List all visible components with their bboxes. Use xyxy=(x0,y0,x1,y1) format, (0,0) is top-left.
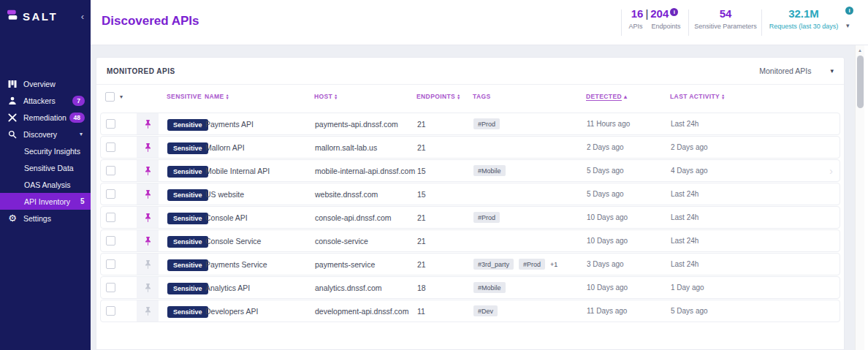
pin-cell[interactable] xyxy=(137,254,159,275)
sidebar-item-label: Overview xyxy=(23,80,56,88)
table-row[interactable]: Sensitive Mallorn API mallorn.salt-lab.u… xyxy=(100,136,840,159)
pin-icon xyxy=(145,189,151,199)
sidebar-item-attackers[interactable]: Attackers 7 xyxy=(0,92,91,109)
last-activity-value: Last 24h xyxy=(671,260,840,268)
api-name: Console API xyxy=(205,213,315,222)
sidebar-item-label: Discovery xyxy=(23,130,57,139)
table-row[interactable]: Sensitive Payments Service payments-serv… xyxy=(100,253,840,275)
tag-chip: #Prod xyxy=(473,118,500,129)
select-menu-caret-icon[interactable]: ▾ xyxy=(120,94,123,100)
row-checkbox[interactable] xyxy=(106,213,115,222)
sensitive-badge: Sensitive xyxy=(167,306,208,318)
api-inventory-count: 5 xyxy=(80,197,85,205)
sensitive-badge: Sensitive xyxy=(167,142,208,154)
stat-divider xyxy=(621,9,622,36)
sidebar-item-api-inventory[interactable]: API Inventory 5 xyxy=(0,193,91,210)
table-row[interactable]: Sensitive US website website.dnssf.com 1… xyxy=(100,183,840,205)
row-checkbox[interactable] xyxy=(106,166,115,175)
pin-cell[interactable] xyxy=(137,137,159,158)
pin-icon xyxy=(145,213,151,223)
tag-chip: #Prod xyxy=(473,212,500,223)
table-row[interactable]: Sensitive Analytics API analytics.dnssf.… xyxy=(100,276,840,299)
tags-cell: #3rd_party#Prod+1 xyxy=(473,259,587,270)
vertical-scrollbar[interactable]: ▲ xyxy=(855,45,864,350)
sidebar-item-overview[interactable]: Overview xyxy=(0,75,91,92)
row-checkbox[interactable] xyxy=(106,236,115,246)
chevron-down-icon[interactable]: ▾ xyxy=(80,131,85,137)
logo-text: SALT xyxy=(23,10,58,23)
tag-chip: #Mobile xyxy=(473,282,506,293)
api-name: US website xyxy=(205,190,315,199)
logo: SALT ‹ xyxy=(0,0,91,23)
pin-cell[interactable] xyxy=(137,183,159,205)
remediation-count-badge: 48 xyxy=(69,113,85,123)
pin-icon xyxy=(145,283,151,293)
column-header-last-activity[interactable]: LAST ACTIVITY ▴▾ xyxy=(670,93,840,100)
detected-value: 10 Days ago xyxy=(587,237,671,245)
sidebar-item-sensitive-data[interactable]: Sensitive Data xyxy=(0,159,91,176)
sidebar-item-remediation[interactable]: Remediation 48 xyxy=(0,109,91,126)
api-host: payments-api.dnssf.com xyxy=(315,120,417,129)
column-header-tags: TAGS xyxy=(473,93,586,100)
detected-value: 2 Days ago xyxy=(587,143,671,151)
sidebar-item-settings[interactable]: ⚙ Settings xyxy=(0,210,91,227)
content-area: MONITORED APIS Monitored APIs ▾ ▾ SENSIT… xyxy=(91,45,855,350)
row-checkbox[interactable] xyxy=(106,306,115,316)
column-header-endpoints[interactable]: ENDPOINTS ▴▾ xyxy=(416,93,473,100)
stat-divider xyxy=(688,9,689,36)
requests-dropdown-caret-icon[interactable]: ▾ xyxy=(846,22,850,29)
overview-icon xyxy=(7,80,18,88)
salt-logo-icon xyxy=(7,9,19,23)
last-activity-value: 1 Day ago xyxy=(671,284,840,292)
endpoints-count: 21 xyxy=(417,120,473,129)
row-checkbox[interactable] xyxy=(106,189,115,199)
table-row[interactable]: Sensitive Console API console-api.dnssf.… xyxy=(100,206,840,229)
last-activity-value: Last 24h xyxy=(671,190,840,198)
detected-value: 5 Days ago xyxy=(587,167,671,175)
select-all-checkbox[interactable] xyxy=(105,92,115,102)
column-header-name[interactable]: NAME ▴▾ xyxy=(205,93,314,100)
column-header-detected[interactable]: DETECTED ▴ xyxy=(586,93,670,100)
requests-info-icon[interactable]: i xyxy=(845,7,853,15)
pin-icon xyxy=(145,142,151,153)
table-row[interactable]: Sensitive Payments API payments-api.dnss… xyxy=(100,113,840,135)
pin-cell[interactable] xyxy=(137,300,159,322)
info-icon[interactable]: i xyxy=(670,8,678,16)
sidebar-item-security-insights[interactable]: Security Insights xyxy=(0,142,91,159)
table-row[interactable]: Sensitive Developers API development-api… xyxy=(100,300,840,322)
row-hover-chevron-icon[interactable]: › xyxy=(829,165,833,177)
table-row[interactable]: Sensitive Mobile Internal API mobile-int… xyxy=(100,159,840,182)
pin-icon xyxy=(145,306,151,316)
pin-cell[interactable] xyxy=(137,160,159,181)
table-row[interactable]: Sensitive Console Service console-servic… xyxy=(100,229,840,252)
collapse-sidebar-icon[interactable]: ‹ xyxy=(81,13,84,20)
more-tags-indicator[interactable]: +1 xyxy=(550,261,557,268)
sidebar-item-discovery[interactable]: Discovery ▾ xyxy=(0,126,91,142)
pin-cell[interactable] xyxy=(137,277,159,298)
row-checkbox[interactable] xyxy=(106,259,115,269)
row-checkbox[interactable] xyxy=(106,283,115,292)
api-name: Payments API xyxy=(205,120,315,129)
row-checkbox[interactable] xyxy=(106,142,115,152)
scroll-up-arrow-icon[interactable]: ▲ xyxy=(856,45,864,55)
sidebar-item-oas-analysis[interactable]: OAS Analysis xyxy=(0,176,91,193)
scrollbar-thumb[interactable] xyxy=(857,56,864,108)
sort-icon: ▴▾ xyxy=(335,94,337,100)
api-name: Developers API xyxy=(205,307,315,316)
sort-icon: ▴▾ xyxy=(457,94,460,100)
tags-cell: #Prod xyxy=(473,118,587,129)
view-filter-dropdown[interactable]: Monitored APIs ▾ xyxy=(759,66,834,75)
stat-apis-endpoints: 16|204i APIs Endpoints xyxy=(623,8,687,30)
api-host: console-service xyxy=(315,237,417,246)
api-host: console-api.dnssf.com xyxy=(315,213,417,222)
pin-cell[interactable] xyxy=(137,230,159,251)
api-name: Payments Service xyxy=(205,260,315,269)
last-activity-value: 4 Days ago xyxy=(671,167,840,175)
tags-cell: #Dev xyxy=(473,305,587,316)
detected-value: 10 Days ago xyxy=(587,284,671,292)
column-header-host[interactable]: HOST ▴▾ xyxy=(314,93,416,100)
pin-cell[interactable] xyxy=(137,113,159,134)
pin-cell[interactable] xyxy=(137,207,159,228)
row-checkbox[interactable] xyxy=(106,119,115,129)
page-title: Discovered APIs xyxy=(102,14,199,28)
